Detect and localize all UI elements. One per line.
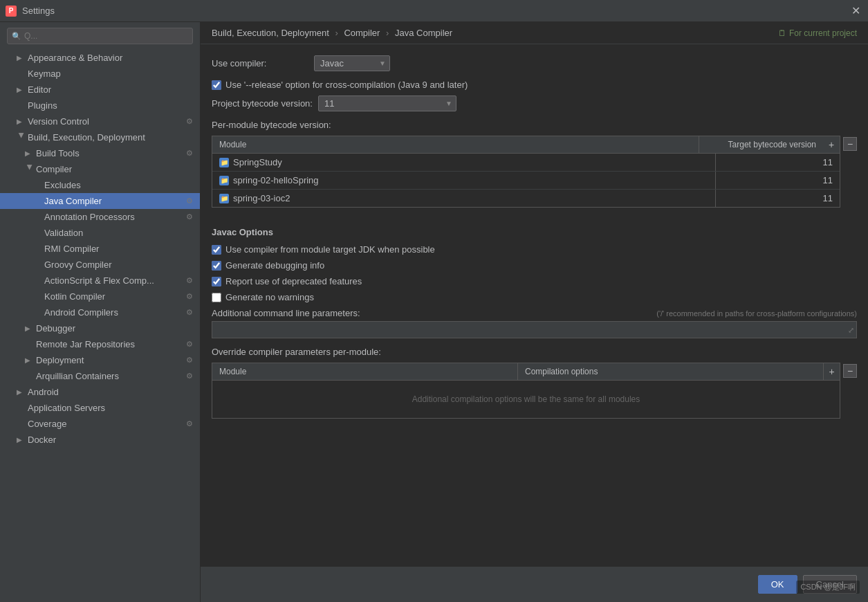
close-button[interactable]: ✕: [849, 4, 862, 18]
sidebar-item-label: Kotlin Compiler: [44, 291, 183, 302]
sidebar-item-docker[interactable]: ▶ Docker: [0, 432, 200, 448]
main-content: Use compiler: Javac Eclipse Ajc ▼ Use '-…: [201, 44, 868, 566]
add-override-button[interactable]: +: [823, 363, 840, 380]
settings-window: P Settings ✕ 🔍 ▶ Appearance & Behavior K…: [0, 0, 868, 602]
javac-option-1-checkbox[interactable]: [212, 245, 221, 255]
sidebar-item-editor[interactable]: ▶ Editor: [0, 82, 200, 98]
sidebar-item-validation[interactable]: Validation: [0, 225, 200, 241]
sync-icon: ⚙: [186, 292, 193, 301]
release-option-checkbox[interactable]: [212, 80, 221, 90]
javac-option-2-label[interactable]: Generate debugging info: [225, 260, 324, 271]
release-option-label[interactable]: Use '--release' option for cross-compila…: [225, 80, 468, 90]
sidebar-item-application-servers[interactable]: Application Servers: [0, 400, 200, 416]
arrow-icon: ▶: [17, 86, 26, 93]
sidebar-item-compiler[interactable]: ▶ Compiler: [0, 161, 200, 177]
javac-option-3-label[interactable]: Report use of deprecated features: [225, 276, 362, 286]
remove-override-button[interactable]: −: [843, 364, 857, 378]
sidebar-item-label: Compiler: [36, 164, 193, 174]
sidebar-item-appearance[interactable]: ▶ Appearance & Behavior: [0, 50, 200, 66]
spacer: [33, 245, 43, 253]
window-title: Settings: [22, 6, 849, 16]
sidebar-item-arquillian[interactable]: Arquillian Containers ⚙: [0, 368, 200, 384]
sidebar-item-build-tools[interactable]: ▶ Build Tools ⚙: [0, 145, 200, 161]
sync-icon: ⚙: [186, 372, 193, 381]
sidebar-item-label: Groovy Compiler: [44, 259, 193, 270]
table-row[interactable]: 📁 spring-02-helloSpring 11: [212, 172, 840, 190]
arrow-icon: ▶: [17, 436, 26, 444]
add-module-button[interactable]: +: [823, 136, 840, 153]
javac-option-2-checkbox[interactable]: [212, 261, 221, 271]
bytecode-version-label: Project bytecode version:: [212, 98, 313, 109]
sidebar-item-annotation-processors[interactable]: Annotation Processors ⚙: [0, 209, 200, 225]
arrow-icon: ▶: [25, 356, 35, 364]
sync-icon: ⚙: [186, 197, 193, 206]
sync-icon: ⚙: [186, 212, 193, 221]
footer: OK Cancel: [201, 566, 868, 602]
sidebar-item-android-compilers[interactable]: Android Compilers ⚙: [0, 304, 200, 320]
module-icon: 📁: [219, 176, 229, 185]
sidebar-item-debugger[interactable]: ▶ Debugger: [0, 320, 200, 336]
bytecode-version-select[interactable]: 11 8 9 10: [318, 95, 456, 111]
spacer: [33, 213, 43, 221]
expand-icon: ⤢: [848, 325, 854, 334]
use-compiler-row: Use compiler: Javac Eclipse Ajc ▼: [212, 55, 857, 71]
sync-icon: ⚙: [186, 419, 193, 428]
javac-option-4-label[interactable]: Generate no warnings: [225, 292, 314, 302]
additional-params-label-row: Additional command line parameters: ('/'…: [212, 308, 857, 318]
sidebar-item-excludes[interactable]: Excludes: [0, 177, 200, 193]
sidebar-item-plugins[interactable]: Plugins: [0, 98, 200, 113]
override-empty-text: Additional compilation options will be t…: [212, 381, 840, 418]
module-icon: 📁: [219, 194, 229, 203]
th-module: Module: [212, 136, 699, 153]
table-side-buttons: −: [843, 137, 857, 151]
sidebar-item-version-control[interactable]: ▶ Version Control ⚙: [0, 113, 200, 129]
sidebar-item-label: Appearance & Behavior: [28, 53, 193, 63]
sidebar-item-coverage[interactable]: Coverage ⚙: [0, 416, 200, 432]
sidebar-item-label: ActionScript & Flex Comp...: [44, 275, 183, 286]
sidebar-item-label: Validation: [44, 228, 193, 238]
javac-option-1: Use compiler from module target JDK when…: [212, 244, 857, 255]
sidebar-item-remote-jar[interactable]: Remote Jar Repositories ⚙: [0, 336, 200, 352]
javac-option-1-label[interactable]: Use compiler from module target JDK when…: [225, 244, 435, 255]
table-row[interactable]: 📁 spring-03-ioc2 11: [212, 190, 840, 207]
sync-icon: ⚙: [186, 149, 193, 158]
arrow-icon: ▶: [26, 165, 34, 174]
compiler-select[interactable]: Javac Eclipse Ajc: [314, 55, 390, 71]
spacer: [33, 261, 43, 268]
sidebar-item-deployment[interactable]: ▶ Deployment ⚙: [0, 352, 200, 368]
sidebar-item-java-compiler[interactable]: Java Compiler ⚙: [0, 193, 200, 209]
override-th-options: Compilation options: [517, 363, 823, 380]
additional-params-input[interactable]: [212, 321, 857, 338]
sidebar-item-android[interactable]: ▶ Android: [0, 384, 200, 400]
sidebar-item-rmi-compiler[interactable]: RMI Compiler: [0, 241, 200, 257]
table-row[interactable]: 📁 SpringStudy 11: [212, 154, 840, 172]
arrow-icon: ▶: [17, 54, 26, 62]
override-th-module: Module: [212, 363, 517, 380]
module-version: 11: [715, 172, 840, 189]
javac-option-4-checkbox[interactable]: [212, 293, 221, 302]
sidebar-item-actionscript[interactable]: ActionScript & Flex Comp... ⚙: [0, 273, 200, 289]
bytecode-version-row: Project bytecode version: 11 8 9 10 ▼: [212, 95, 857, 111]
spacer: [33, 277, 43, 284]
for-current-project-link[interactable]: 🗒 For current project: [778, 28, 857, 38]
remove-module-button[interactable]: −: [843, 137, 857, 151]
search-icon: 🔍: [12, 32, 21, 41]
javac-option-3-checkbox[interactable]: [212, 277, 221, 286]
module-table-container: Module Target bytecode version + 📁 Sprin…: [212, 136, 857, 219]
sidebar-item-label: Application Servers: [28, 403, 193, 413]
module-version: 11: [715, 190, 840, 207]
sidebar-item-keymap[interactable]: Keymap: [0, 66, 200, 82]
sidebar-item-groovy-compiler[interactable]: Groovy Compiler: [0, 257, 200, 273]
sidebar-item-kotlin-compiler[interactable]: Kotlin Compiler ⚙: [0, 289, 200, 304]
javac-option-3: Report use of deprecated features: [212, 276, 857, 286]
sidebar-item-build-execution[interactable]: ▶ Build, Execution, Deployment: [0, 129, 200, 145]
ok-button[interactable]: OK: [758, 575, 797, 594]
search-input[interactable]: [7, 28, 193, 44]
sidebar-item-label: Docker: [28, 435, 193, 445]
sidebar-item-label: Android Compilers: [44, 307, 183, 318]
spacer: [33, 229, 43, 237]
arrow-icon: ▶: [25, 325, 35, 332]
breadcrumb-part1: Build, Execution, Deployment: [212, 28, 329, 38]
sidebar-item-label: Debugger: [36, 323, 193, 334]
breadcrumb-part3: Java Compiler: [395, 28, 452, 38]
